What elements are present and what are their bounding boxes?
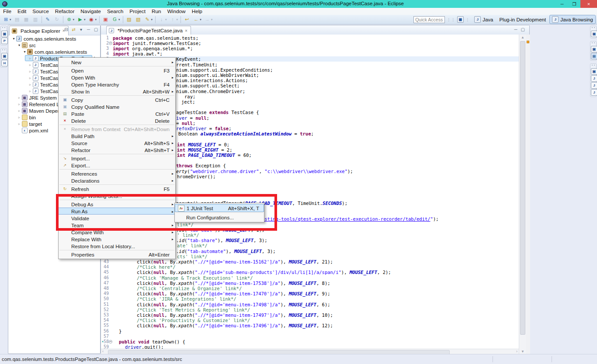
- menu-item-new[interactable]: New▸: [59, 59, 175, 66]
- scroll-left-icon[interactable]: ‹: [102, 349, 104, 354]
- menu-item-build-path[interactable]: Build Path▸: [59, 132, 175, 139]
- menu-item-export[interactable]: ↗Export...: [59, 162, 175, 169]
- menu-item-references[interactable]: References▸: [59, 170, 175, 177]
- menu-item-paste[interactable]: ▤PasteCtrl+V: [59, 110, 175, 117]
- menu-item-properties[interactable]: PropertiesAlt+Enter: [59, 251, 175, 258]
- menu-item-source[interactable]: SourceAlt+Shift+S▸: [59, 139, 175, 146]
- menu-edit[interactable]: Edit: [14, 8, 29, 15]
- restore-view-icon[interactable]: ▣: [591, 68, 597, 75]
- tree-item-src[interactable]: ▾◫src: [8, 42, 100, 49]
- tree-item-com-qas-selenium-tests[interactable]: ▾⊞com.qas.selenium.tests: [8, 49, 100, 55]
- menu-item-restore-from-local-history[interactable]: Restore from Local History...: [59, 243, 175, 250]
- link-with-editor-icon[interactable]: ⇄: [71, 27, 76, 32]
- view-menu-icon[interactable]: ▾: [78, 27, 84, 32]
- quick-access-input[interactable]: [413, 16, 445, 23]
- editor-tab-close-icon[interactable]: ×: [185, 28, 187, 33]
- minimize-icon[interactable]: ─: [86, 27, 91, 32]
- external-tools-dropdown-icon[interactable]: ▾: [95, 18, 97, 21]
- perspective-plug-in-development[interactable]: Plug-in Development: [496, 16, 548, 24]
- menu-item-open-type-hierarchy[interactable]: Open Type HierarchyF4: [59, 81, 175, 88]
- perspective-java-browsing[interactable]: JJava Browsing: [549, 15, 596, 24]
- menu-item-validate[interactable]: Validate: [59, 215, 175, 222]
- menu-item-compare-with[interactable]: Compare With▸: [59, 229, 175, 236]
- menu-search[interactable]: Search: [104, 8, 126, 15]
- open-type-button[interactable]: ▨: [125, 16, 133, 24]
- java-file-view-icon[interactable]: J: [591, 89, 597, 96]
- java-file-view-icon[interactable]: J: [591, 82, 597, 89]
- fold-collapse-icon[interactable]: [109, 340, 112, 343]
- editor-minimize-icon[interactable]: ─: [514, 27, 517, 32]
- tree-collapsed-icon[interactable]: ▹: [28, 83, 33, 87]
- menu-refactor[interactable]: Refactor: [52, 8, 78, 15]
- java-search-dropdown-icon[interactable]: ▾: [151, 18, 153, 21]
- menu-item-open-with[interactable]: Open With▸: [59, 74, 175, 81]
- open-task-button[interactable]: ✎: [44, 16, 52, 24]
- external-tools-button[interactable]: ◉▾: [87, 16, 98, 24]
- menu-item-import[interactable]: ↘Import...: [59, 155, 175, 162]
- new-wizard-button[interactable]: ⊞▾: [2, 16, 12, 24]
- restore-view-icon[interactable]: ▣: [1, 53, 8, 59]
- submenu-item-run-configurations[interactable]: Run Configurations...: [175, 213, 264, 221]
- menu-item-assign-working-sets[interactable]: Assign Working Sets...: [59, 192, 175, 199]
- tree-collapsed-icon[interactable]: ▹: [17, 102, 22, 106]
- restore-view-icon[interactable]: ▣: [591, 31, 597, 37]
- menu-item-declarations[interactable]: Declarations▸: [59, 177, 175, 184]
- menu-item-refactor[interactable]: RefactorAlt+Shift+T▸: [59, 146, 175, 153]
- tree-collapsed-icon[interactable]: ▹: [28, 69, 33, 73]
- menu-item-replace-with[interactable]: Replace With▸: [59, 236, 175, 243]
- perspective-java[interactable]: JJava: [472, 15, 496, 24]
- fold-collapse-icon[interactable]: [109, 42, 112, 45]
- minimize-button[interactable]: ─: [556, 0, 568, 8]
- package-explorer-tab[interactable]: ▦ Package Explorer ×: [9, 26, 69, 35]
- scroll-up-icon[interactable]: ▲: [519, 35, 526, 39]
- menu-item-copy-qualified-name[interactable]: ▣Copy Qualified Name: [59, 103, 175, 110]
- tree-collapsed-icon[interactable]: ▹: [28, 63, 33, 67]
- menu-item-team[interactable]: Team▸: [59, 222, 175, 229]
- drag-handle-icon[interactable]: [592, 27, 595, 30]
- menu-help[interactable]: Help: [189, 8, 205, 15]
- launch-group-button[interactable]: G▾: [111, 16, 121, 24]
- package-explorer-view-icon[interactable]: P: [1, 38, 8, 44]
- forward-dropdown-icon[interactable]: ▾: [211, 18, 213, 21]
- debug-dropdown-icon[interactable]: ▾: [73, 18, 75, 21]
- tree-collapsed-icon[interactable]: ▹: [28, 76, 33, 80]
- maximize-button[interactable]: ❐: [568, 0, 580, 8]
- open-package-button[interactable]: ▧: [134, 16, 142, 24]
- new-wizard-dropdown-icon[interactable]: ▾: [10, 18, 11, 21]
- tree-collapsed-icon[interactable]: ▹: [17, 115, 22, 119]
- menu-source[interactable]: Source: [29, 8, 52, 15]
- next-annotation-dropdown-icon[interactable]: ▾: [165, 18, 167, 21]
- launch-group-dropdown-icon[interactable]: ▾: [118, 18, 120, 21]
- menu-run[interactable]: Run: [149, 8, 164, 15]
- run-button[interactable]: ▶▾: [76, 16, 87, 24]
- debug-button[interactable]: ⊛▾: [65, 16, 76, 24]
- last-edit-location-button[interactable]: ↩: [183, 16, 191, 24]
- restore-view-icon[interactable]: ▣: [591, 46, 597, 52]
- tree-collapsed-icon[interactable]: ▹: [17, 96, 22, 100]
- menu-item-copy[interactable]: ▣CopyCtrl+C: [59, 96, 175, 103]
- menu-item-open[interactable]: OpenF3: [59, 67, 175, 74]
- previous-annotation-dropdown-icon[interactable]: ▾: [177, 18, 178, 21]
- collapse-all-icon[interactable]: ⊟: [63, 27, 69, 32]
- menu-navigate[interactable]: Navigate: [77, 8, 104, 15]
- java-file-view-icon[interactable]: J: [591, 75, 597, 82]
- console-view-icon[interactable]: ▤: [591, 53, 597, 59]
- tree-expanded-icon[interactable]: ▾: [11, 37, 16, 41]
- java-search-button[interactable]: ✎▾: [143, 16, 154, 24]
- tree-collapsed-icon[interactable]: ▹: [28, 56, 33, 60]
- menu-item-refresh[interactable]: ↻RefreshF5: [59, 185, 175, 192]
- drag-handle-icon[interactable]: [2, 49, 5, 52]
- menu-project[interactable]: Project: [126, 8, 149, 15]
- submenu-item-1-junit-test[interactable]: Ju1 JUnit TestAlt+Shift+X, T: [175, 204, 264, 212]
- coverage-button[interactable]: ▣: [101, 16, 110, 24]
- menu-item-run-as[interactable]: Run As▸: [59, 208, 175, 215]
- vertical-scroll-thumb[interactable]: [520, 41, 525, 335]
- menu-window[interactable]: Window: [164, 8, 189, 15]
- run-dropdown-icon[interactable]: ▾: [84, 18, 86, 21]
- tree-expanded-icon[interactable]: ▾: [17, 43, 22, 47]
- drag-handle-icon[interactable]: [592, 42, 595, 45]
- menu-item-debug-as[interactable]: Debug As▸: [59, 201, 175, 208]
- restore-view-icon[interactable]: ▣: [1, 31, 8, 37]
- editor-vertical-scrollbar[interactable]: ▲ ▼: [519, 35, 526, 354]
- tree-collapsed-icon[interactable]: ▹: [17, 122, 22, 126]
